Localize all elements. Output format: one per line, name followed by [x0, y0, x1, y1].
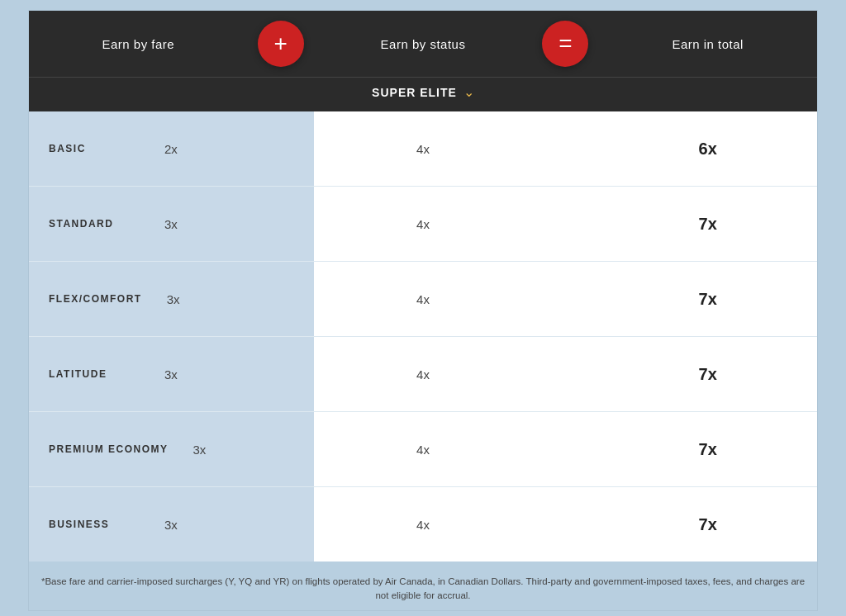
fare-multiplier: 3x	[193, 443, 207, 457]
status-multiplier: 4x	[416, 367, 430, 381]
fare-separator	[248, 412, 314, 486]
fare-cell: PREMIUM ECONOMY 3x	[29, 412, 248, 486]
header-row: Earn by fare + Earn by status = Earn in …	[29, 11, 817, 77]
plus-operator-col: +	[248, 36, 314, 52]
fare-cell: BUSINESS 3x	[29, 487, 248, 562]
earn-by-status-header: Earn by status	[314, 21, 533, 68]
total-separator	[532, 412, 598, 486]
footnote-text: *Base fare and carrier-imposed surcharge…	[36, 575, 810, 604]
total-multiplier-cell: 7x	[598, 187, 817, 261]
fare-cell: BASIC 2x	[29, 111, 248, 186]
status-multiplier: 4x	[416, 518, 430, 532]
status-multiplier-cell: 4x	[314, 337, 533, 411]
plus-icon: +	[273, 31, 287, 57]
status-multiplier: 4x	[416, 217, 430, 231]
status-multiplier-cell: 4x	[314, 412, 533, 486]
status-multiplier: 4x	[416, 142, 430, 156]
fare-separator	[248, 487, 314, 562]
fare-multiplier: 2x	[164, 142, 178, 156]
table-row: BASIC 2x 4x 6x	[29, 111, 817, 187]
fare-multiplier: 3x	[164, 518, 178, 532]
fare-name: BASIC	[49, 143, 140, 154]
fare-name: STANDARD	[49, 218, 140, 230]
status-cell[interactable]: SUPER ELITE ⌄	[314, 78, 533, 111]
total-multiplier: 7x	[699, 365, 717, 384]
total-multiplier: 7x	[699, 215, 717, 234]
calculator-container: Earn by fare + Earn by status = Earn in …	[18, 0, 828, 616]
equals-operator-col: =	[532, 36, 598, 52]
total-multiplier-cell: 7x	[598, 412, 817, 486]
fare-cell: FLEX/COMFORT 3x	[29, 262, 248, 336]
status-label: SUPER ELITE	[372, 86, 457, 99]
table-row: LATITUDE 3x 4x 7x	[29, 337, 817, 412]
fare-cell: STANDARD 3x	[29, 187, 248, 261]
total-multiplier: 7x	[699, 515, 717, 534]
total-separator	[532, 262, 598, 336]
status-multiplier-cell: 4x	[314, 487, 533, 562]
fare-multiplier: 3x	[164, 367, 178, 381]
status-multiplier-cell: 4x	[314, 187, 533, 261]
status-row: SUPER ELITE ⌄	[29, 77, 817, 111]
total-multiplier-cell: 7x	[598, 337, 817, 411]
table-row: FLEX/COMFORT 3x 4x 7x	[29, 262, 817, 337]
total-separator	[532, 187, 598, 261]
fare-separator	[248, 111, 314, 186]
total-separator	[532, 487, 598, 562]
plus-circle[interactable]: +	[258, 21, 304, 67]
table-row: BUSINESS 3x 4x 7x	[29, 487, 817, 562]
status-multiplier: 4x	[416, 292, 430, 306]
total-multiplier: 6x	[699, 140, 717, 159]
fare-separator	[248, 337, 314, 411]
footnote: *Base fare and carrier-imposed surcharge…	[29, 562, 817, 610]
table-wrapper: Earn by fare + Earn by status = Earn in …	[28, 10, 818, 611]
total-multiplier: 7x	[699, 290, 717, 309]
table-row: PREMIUM ECONOMY 3x 4x 7x	[29, 412, 817, 487]
table-row: STANDARD 3x 4x 7x	[29, 187, 817, 262]
fare-name: PREMIUM ECONOMY	[49, 443, 169, 455]
status-multiplier-cell: 4x	[314, 111, 533, 186]
total-multiplier-cell: 7x	[598, 487, 817, 562]
total-separator	[532, 111, 598, 186]
fare-name: BUSINESS	[49, 519, 140, 530]
fare-separator	[248, 262, 314, 336]
fare-multiplier: 3x	[167, 292, 180, 306]
fare-multiplier: 3x	[164, 217, 178, 231]
chevron-down-icon: ⌄	[463, 84, 474, 100]
fare-name: FLEX/COMFORT	[49, 293, 142, 305]
earn-by-fare-label: Earn by fare	[102, 37, 174, 51]
fare-name: LATITUDE	[49, 368, 140, 380]
earn-in-total-header: Earn in total	[598, 21, 817, 68]
status-multiplier-cell: 4x	[314, 262, 533, 336]
total-multiplier: 7x	[699, 440, 717, 459]
earn-by-fare-header: Earn by fare	[29, 21, 248, 68]
equals-circle[interactable]: =	[542, 21, 588, 67]
data-rows: BASIC 2x 4x 6x STANDARD 3x 4x 7x	[29, 111, 817, 562]
total-separator	[532, 337, 598, 411]
total-multiplier-cell: 6x	[598, 111, 817, 186]
status-multiplier: 4x	[416, 443, 430, 457]
fare-cell: LATITUDE 3x	[29, 337, 248, 411]
total-multiplier-cell: 7x	[598, 262, 817, 336]
earn-by-status-label: Earn by status	[381, 37, 466, 51]
equals-icon: =	[558, 31, 572, 57]
earn-in-total-label: Earn in total	[672, 37, 744, 51]
fare-separator	[248, 187, 314, 261]
